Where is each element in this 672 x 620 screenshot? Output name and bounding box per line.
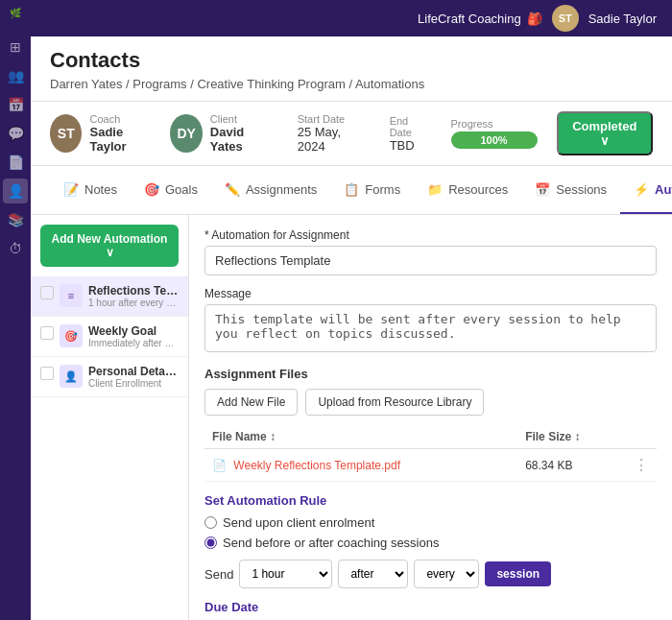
automation-item-icon-personal-form: 👤	[60, 365, 83, 388]
message-label: Message	[204, 287, 657, 300]
brand-icon: 🎒	[527, 12, 542, 26]
client-name: David Yates	[210, 125, 269, 154]
automation-item-weekly-goal[interactable]: 🎯 Weekly Goal Immediately after every se…	[31, 317, 188, 357]
detail-panel: * Automation for Assignment Message This…	[189, 215, 672, 620]
automation-rule-title: Set Automation Rule	[204, 493, 657, 508]
automation-checkbox-weekly-goal[interactable]	[40, 326, 54, 340]
file-size-col-header: File Size ↕	[517, 425, 626, 449]
start-date: Start Date 25 May, 2024	[298, 113, 361, 154]
send-time-select[interactable]: 1 hour 2 hours 30 minutes	[239, 560, 332, 588]
file-name-col-header: File Name ↕	[204, 425, 517, 449]
upload-from-library-button[interactable]: Upload from Resource Library	[305, 389, 484, 416]
send-row: Send 1 hour 2 hours 30 minutes after bef…	[204, 560, 657, 588]
add-new-file-button[interactable]: Add New File	[204, 389, 298, 416]
file-options-button[interactable]: ⋮	[634, 457, 649, 473]
profile-bar: ST Coach Sadie Taylor DY Client David Ya…	[31, 102, 672, 166]
automation-item-name-personal-form: Personal Details Form	[88, 365, 179, 378]
sidebar-icon-calendar[interactable]: 📅	[3, 92, 28, 117]
pdf-icon: 📄	[212, 459, 227, 472]
client-profile: DY Client David Yates	[170, 113, 268, 154]
tab-assignments[interactable]: ✏️ Assignments	[211, 166, 330, 214]
sidebar-icon-home[interactable]: ⊞	[3, 35, 28, 60]
automation-checkbox-reflections[interactable]	[40, 286, 54, 299]
tab-resources[interactable]: 📁 Resources	[414, 166, 521, 214]
due-date-title: Due Date	[204, 600, 657, 614]
rule-option2[interactable]: Send before or after coaching sessions	[204, 536, 657, 550]
top-bar: LifeCraft Coaching 🎒 ST Sadie Taylor	[31, 0, 672, 36]
automation-item-sub-personal-form: Client Enrollment	[88, 378, 179, 389]
file-action-row: Add New File Upload from Resource Librar…	[204, 389, 657, 416]
user-name: Sadie Taylor	[588, 12, 657, 26]
send-when-select[interactable]: after before	[338, 560, 408, 588]
automation-item-icon-reflections: ≡	[60, 284, 83, 307]
sidebar-icon-messages[interactable]: 💬	[3, 121, 28, 146]
automation-for-label: * Automation for Assignment	[204, 228, 657, 242]
tab-automations[interactable]: ⚡ Automations	[620, 166, 672, 214]
progress: Progress 100%	[451, 118, 538, 149]
automation-for-input[interactable]	[204, 246, 657, 275]
client-label: Client	[210, 113, 269, 125]
main-content: Add New Automation ∨ ≡ Reflections Templ…	[31, 215, 672, 620]
tab-forms[interactable]: 📋 Forms	[330, 166, 414, 214]
sidebar-icon-contacts[interactable]: 👥	[3, 63, 28, 88]
message-textarea[interactable]: This template will be sent after every s…	[204, 304, 657, 352]
end-date: End Date TBD	[390, 115, 427, 153]
automation-item-icon-weekly-goal: 🎯	[60, 324, 83, 347]
breadcrumb: Darren Yates / Programs / Creative Think…	[50, 77, 653, 91]
completed-badge[interactable]: Completed ∨	[557, 111, 653, 155]
add-automation-button[interactable]: Add New Automation ∨	[40, 225, 179, 267]
icon-sidebar: 🌿 ⊞ 👥 📅 💬 📄 👤 📚 ⏱	[0, 0, 31, 620]
tab-sessions[interactable]: 📅 Sessions	[521, 166, 620, 214]
tab-goals[interactable]: 🎯 Goals	[131, 166, 211, 214]
file-name-link[interactable]: Weekly Reflections Template.pdf	[233, 459, 400, 472]
file-table-row: 📄 Weekly Reflections Template.pdf 68.34 …	[204, 449, 657, 482]
automation-item-sub-weekly-goal: Immediately after every session	[88, 338, 179, 348]
sidebar-icon-docs[interactable]: 📄	[3, 150, 28, 175]
sidebar-icon-timer[interactable]: ⏱	[3, 236, 28, 261]
automation-item-name-weekly-goal: Weekly Goal	[88, 324, 179, 338]
coach-name: Sadie Taylor	[89, 125, 151, 154]
coach-label: Coach	[89, 113, 151, 125]
client-avatar: DY	[170, 114, 202, 153]
sub-nav: 📝 Notes 🎯 Goals ✏️ Assignments 📋 Forms 📁…	[31, 166, 672, 215]
coach-profile: ST Coach Sadie Taylor	[50, 113, 151, 154]
page-header: Contacts Darren Yates / Programs / Creat…	[31, 36, 672, 102]
sidebar-icon-profile[interactable]: 👤	[3, 179, 28, 203]
automation-item-reflections[interactable]: ≡ Reflections Template 1 hour after ever…	[31, 276, 188, 317]
content-area: LifeCraft Coaching 🎒 ST Sadie Taylor Con…	[31, 0, 672, 620]
rule-option2-radio[interactable]	[204, 537, 217, 549]
send-label: Send	[204, 567, 233, 582]
progress-bar: 100%	[451, 131, 538, 149]
automation-item-name-reflections: Reflections Template	[88, 284, 179, 298]
automation-list-panel: Add New Automation ∨ ≡ Reflections Templ…	[31, 215, 189, 620]
coach-avatar: ST	[50, 114, 82, 153]
brand-label: LifeCraft Coaching 🎒	[418, 12, 542, 26]
automation-checkbox-personal-form[interactable]	[40, 367, 54, 380]
rule-option1-radio[interactable]	[204, 516, 217, 529]
assignment-files-label: Assignment Files	[204, 367, 657, 381]
user-avatar: ST	[552, 5, 579, 32]
session-label: session	[485, 561, 551, 586]
page-title: Contacts	[50, 48, 653, 73]
sidebar-icon-library[interactable]: 📚	[3, 207, 28, 232]
automation-item-sub-reflections: 1 hour after every session	[88, 298, 179, 308]
file-size: 68.34 KB	[517, 449, 626, 482]
file-table: File Name ↕ File Size ↕ 📄 Weekly Reflect…	[204, 425, 657, 482]
tab-notes[interactable]: 📝 Notes	[50, 166, 131, 214]
rule-option1[interactable]: Send upon client enrolment	[204, 515, 657, 530]
automation-item-personal-form[interactable]: 👤 Personal Details Form Client Enrollmen…	[31, 357, 188, 397]
logo-icon: 🌿	[10, 8, 21, 19]
send-freq-select[interactable]: every first last	[414, 560, 479, 588]
